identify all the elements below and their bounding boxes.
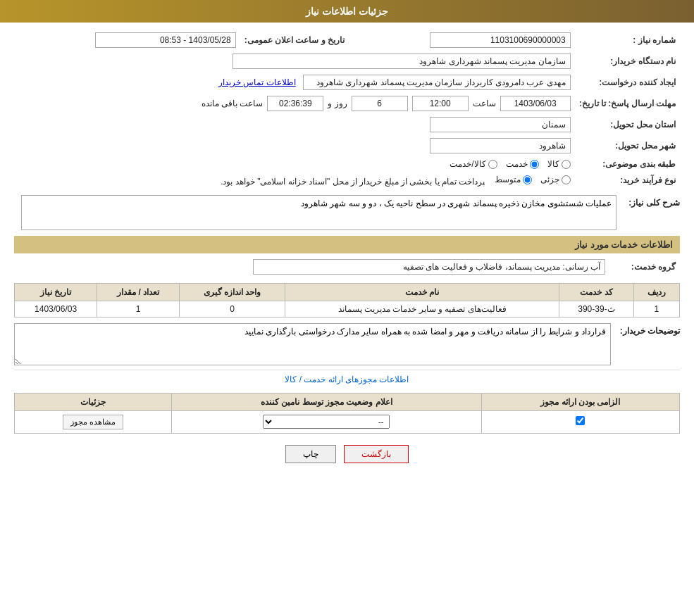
ostan-value: سمنان xyxy=(430,117,571,132)
shomara-niaz-label: شماره نیاز : xyxy=(575,30,680,51)
mojooz-eelam-select[interactable]: -- xyxy=(263,415,390,429)
tarikh-value: 1403/05/28 - 08:53 xyxy=(95,32,236,48)
radio-khadamat[interactable]: خدمت xyxy=(506,159,539,169)
shahr-value: شاهرود xyxy=(430,138,571,153)
radio-jozee[interactable]: جزئی xyxy=(540,175,571,184)
print-button[interactable]: چاپ xyxy=(285,445,336,463)
ostan-label: استان محل تحویل: xyxy=(575,114,680,135)
view-license-button[interactable]: مشاهده مجوز xyxy=(63,415,123,429)
nooe-farayand-label: نوع فرآیند خرید: xyxy=(575,172,680,189)
nooe-farayand-note: پرداخت تمام یا بخشی از مبلغ خریدار از مح… xyxy=(221,177,485,187)
tarikh-label: تاریخ و ساعت اعلان عمومی: xyxy=(240,30,349,51)
col-tedad: تعداد / مقدار xyxy=(97,283,180,301)
list-item: -- مشاهده مجوز xyxy=(15,410,680,433)
tabaqe-label: طبقه بندی موضوعی: xyxy=(575,156,680,172)
col-elzami: الزامی بودن ارائه مجوز xyxy=(481,393,679,410)
page-title: جزئیات اطلاعات نیاز xyxy=(0,0,694,23)
col-nam: نام خدمت xyxy=(285,283,559,301)
col-eelam: اعلام وضعیت مجوز توسط نامین کننده xyxy=(171,393,481,410)
service-table: ردیف کد خدمت نام خدمت واحد اندازه گیری ت… xyxy=(14,283,680,318)
mohlat-roz: 6 xyxy=(352,96,408,111)
shomara-niaz-value: 1103100690000003 xyxy=(430,32,571,48)
roz-label: روز و xyxy=(328,99,347,108)
cell-tarikh: 1403/06/03 xyxy=(15,301,97,317)
ijad-konande-label: ایجاد کننده درخواست: xyxy=(575,72,680,93)
sharh-textarea[interactable] xyxy=(21,195,616,230)
table-row: 1 ث-39-390 فعالیت‌های تصفیه و سایر خدمات… xyxy=(15,301,680,317)
cell-tedad: 1 xyxy=(97,301,180,317)
ijad-konande-link[interactable]: اطلاعات تماس خریدار xyxy=(218,77,296,87)
cell-radif: 1 xyxy=(633,301,679,317)
mohlat-date: 1403/06/03 xyxy=(500,96,571,111)
grohe-khadamat-value: آب رسانی: مدیریت پسماند، فاضلاب و فعالیت… xyxy=(253,259,605,275)
radio-kala[interactable]: کالا xyxy=(547,159,571,169)
col-vahed: واحد اندازه گیری xyxy=(180,283,285,301)
cell-kod: ث-39-390 xyxy=(559,301,633,317)
mohlat-time: 12:00 xyxy=(412,96,469,111)
radio-kala-khadamat[interactable]: کالا/خدمت xyxy=(450,159,497,169)
button-group: بازگشت چاپ xyxy=(14,445,680,463)
ijad-konande-value: مهدی عرب دامرودی کاربرداز سازمان مدیریت … xyxy=(303,75,571,90)
shahr-label: شهر محل تحویل: xyxy=(575,135,680,156)
sharh-label: شرح کلی نیاز: xyxy=(624,195,680,208)
mojooz-table: الزامی بودن ارائه مجوز اعلام وضعیت مجوز … xyxy=(14,393,680,434)
mojooz-eelam-cell: -- xyxy=(171,410,481,433)
mojooz-checkbox[interactable] xyxy=(576,416,585,425)
col-kod: کد خدمت xyxy=(559,283,633,301)
baqi-mande-label: ساعت باقی مانده xyxy=(202,99,264,108)
back-button[interactable]: بازگشت xyxy=(344,445,409,463)
col-joziyat: جزئیات xyxy=(15,393,172,410)
service-info-header: اطلاعات خدمات مورد نیاز xyxy=(14,236,680,253)
nam-dastgah-value: سازمان مدیریت پسماند شهرداری شاهرود xyxy=(233,54,571,69)
radio-motevasset[interactable]: متوسط xyxy=(495,175,532,184)
tozihat-wrapper: توضیحات خریدار: xyxy=(14,323,680,365)
mohlat-remaining: 02:36:39 xyxy=(267,96,323,111)
cell-vahed: 0 xyxy=(180,301,285,317)
mojooz-elzami-cell xyxy=(481,410,679,433)
saat-label: ساعت xyxy=(473,99,496,108)
mojooz-joziyat-cell: مشاهده مجوز xyxy=(15,410,172,433)
mohlat-label: مهلت ارسال پاسخ: تا تاریخ: xyxy=(575,93,680,114)
grohe-khadamat-label: گروه خدمت: xyxy=(609,256,680,277)
tozihat-textarea[interactable] xyxy=(14,323,611,365)
col-tarikh: تاریخ نیاز xyxy=(15,283,97,301)
mojooz-section-header: اطلاعات مجوزهای ارائه خدمت / کالا xyxy=(14,370,680,389)
cell-nam: فعالیت‌های تصفیه و سایر خدمات مدیریت پسم… xyxy=(285,301,559,317)
col-radif: ردیف xyxy=(633,283,679,301)
tozihat-label: توضیحات خریدار: xyxy=(616,323,680,336)
nam-dastgah-label: نام دستگاه خریدار: xyxy=(575,51,680,72)
